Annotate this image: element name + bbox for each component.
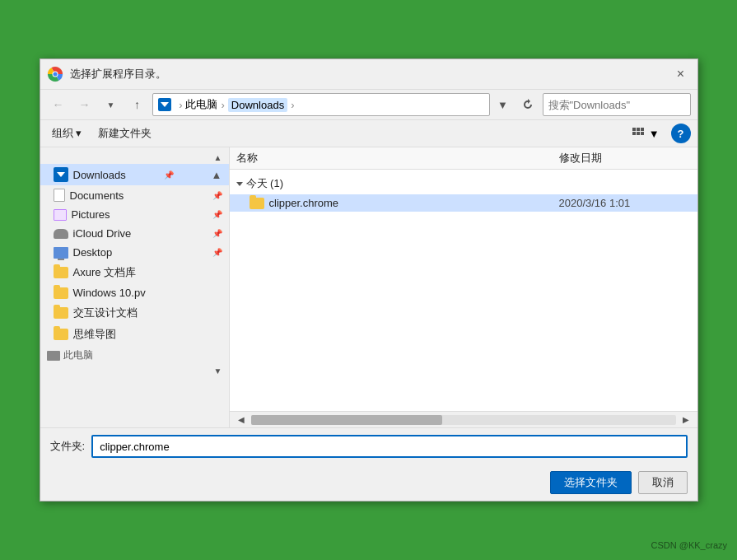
scroll-down-icon: ▼ (214, 366, 222, 376)
action-toolbar: 组织 ▾ 新建文件夹 ▼ ? (40, 120, 697, 147)
main-content: ▲ Downloads 📌 ▲ Documents 📌 Pictures 📌 (40, 147, 697, 427)
search-input[interactable] (543, 99, 691, 111)
svg-rect-6 (641, 128, 644, 131)
sidebar-item-win10[interactable]: Windows 10.pv (40, 283, 229, 302)
file-date-clipper: 2020/3/16 1:01 (559, 197, 691, 209)
svg-rect-5 (637, 128, 640, 131)
sidebar-item-pictures[interactable]: Pictures 📌 (40, 205, 229, 224)
dialog-title: 选择扩展程序目录。 (70, 67, 671, 82)
refresh-button[interactable] (516, 93, 539, 116)
breadcrumb-dropdown-button[interactable]: ▼ (493, 93, 513, 116)
sidebar-scroll-indicator: ▲ (212, 169, 222, 181)
sidebar-item-ux[interactable]: 交互设计文档 (40, 302, 229, 324)
file-list-header: 名称 修改日期 (230, 147, 697, 170)
breadcrumb-downloads-icon (158, 98, 171, 111)
group-header-today[interactable]: 今天 (1) (230, 173, 697, 194)
sidebar-item-ux-label: 交互设计文档 (73, 306, 138, 320)
sidebar: ▲ Downloads 📌 ▲ Documents 📌 Pictures 📌 (40, 147, 230, 427)
refresh-icon (521, 98, 534, 111)
sidebar-item-mindmap[interactable]: 思维导图 (40, 324, 229, 345)
close-button[interactable]: × (671, 64, 691, 84)
scrollbar-thumb[interactable] (251, 415, 442, 425)
scroll-left-button[interactable]: ◀ (233, 413, 250, 427)
sidebar-item-downloads-label: Downloads (73, 169, 126, 181)
computer-icon (47, 351, 60, 361)
file-item-clipper[interactable]: clipper.chrome 2020/3/16 1:01 (230, 194, 697, 212)
nav-toolbar: ← → ▼ ↑ › 此电脑 › Downloads › ▼ 🔍 (40, 90, 697, 120)
clipper-folder-icon (250, 198, 264, 209)
breadcrumb-sep-1: › (179, 99, 182, 111)
column-modified-date[interactable]: 修改日期 (559, 151, 691, 166)
group-collapse-icon (236, 182, 243, 186)
breadcrumb-sep-2: › (221, 99, 224, 111)
sidebar-item-win10-label: Windows 10.pv (73, 287, 146, 299)
svg-point-3 (53, 72, 57, 77)
sidebar-computer-label: 此电脑 (63, 348, 93, 362)
svg-rect-8 (637, 132, 640, 135)
svg-rect-4 (632, 128, 636, 131)
pictures-icon (54, 209, 67, 221)
select-folder-button[interactable]: 选择文件夹 (550, 471, 632, 494)
title-bar: 选择扩展程序目录。 × (40, 59, 697, 90)
sidebar-item-documents[interactable]: Documents 📌 (40, 185, 229, 205)
forward-button[interactable]: → (73, 93, 96, 116)
icloud-icon (54, 229, 68, 239)
documents-icon (54, 189, 65, 202)
sidebar-item-desktop-label: Desktop (73, 246, 113, 259)
sidebar-item-icloud[interactable]: iCloud Drive 📌 (40, 224, 229, 243)
pin-icon-pictures: 📌 (212, 210, 222, 219)
file-name-clipper: clipper.chrome (269, 197, 554, 209)
folder-label: 文件夹: (50, 439, 86, 454)
sidebar-item-desktop[interactable]: Desktop 📌 (40, 243, 229, 262)
mindmap-folder-icon (54, 329, 68, 340)
sidebar-scroll-down[interactable]: ▼ (40, 364, 229, 377)
pin-icon-desktop: 📌 (212, 248, 222, 257)
breadcrumb-bar: › 此电脑 › Downloads › (152, 93, 490, 116)
view-toggle-icon (632, 128, 647, 139)
breadcrumb-computer[interactable]: 此电脑 (185, 97, 217, 112)
axure-folder-icon (54, 267, 68, 278)
downloads-folder-icon (54, 167, 68, 182)
group-label-today: 今天 (1) (246, 176, 284, 191)
column-name[interactable]: 名称 (236, 151, 559, 166)
ux-folder-icon (54, 307, 68, 319)
pin-icon-downloads: 📌 (164, 170, 174, 180)
file-dialog: 选择扩展程序目录。 × ← → ▼ ↑ › 此电脑 › Downloads › … (40, 58, 698, 502)
watermark: CSDN @KK_crazy (651, 540, 727, 550)
new-folder-button[interactable]: 新建文件夹 (93, 124, 156, 143)
horizontal-scrollbar: ◀ ▶ (230, 411, 697, 427)
search-box: 🔍 (543, 93, 691, 116)
sidebar-item-downloads[interactable]: Downloads 📌 ▲ (40, 164, 229, 185)
organize-button[interactable]: 组织 ▾ (47, 124, 87, 143)
bottom-bar: 文件夹: (40, 427, 697, 464)
scroll-right-button[interactable]: ▶ (678, 413, 694, 427)
cancel-button[interactable]: 取消 (638, 471, 688, 494)
file-list-body: 今天 (1) clipper.chrome 2020/3/16 1:01 (230, 170, 697, 411)
sidebar-scroll-up[interactable]: ▲ (40, 151, 229, 164)
sidebar-item-axure-label: Axure 文档库 (73, 265, 137, 280)
win10-folder-icon (54, 287, 68, 299)
sidebar-item-documents-label: Documents (70, 189, 124, 202)
scroll-up-icon: ▲ (214, 153, 222, 162)
help-button[interactable]: ? (671, 124, 691, 143)
folder-input[interactable] (91, 435, 687, 458)
view-dropdown-arrow: ▼ (649, 128, 660, 140)
desktop-icon (54, 247, 68, 259)
action-bar: 选择文件夹 取消 (40, 464, 697, 501)
svg-rect-7 (632, 132, 636, 135)
breadcrumb-sep-3: › (291, 99, 294, 111)
back-button[interactable]: ← (47, 93, 70, 116)
sidebar-item-axure[interactable]: Axure 文档库 (40, 262, 229, 283)
file-list-area: 名称 修改日期 今天 (1) clipper.chrome 2020/3/16 … (230, 147, 697, 427)
breadcrumb-current[interactable]: Downloads (228, 98, 287, 112)
sidebar-computer-section[interactable]: 此电脑 (40, 345, 229, 364)
svg-rect-9 (641, 132, 644, 135)
pin-icon-documents: 📌 (212, 191, 222, 200)
sidebar-item-icloud-label: iCloud Drive (73, 227, 132, 240)
view-toggle-button[interactable]: ▼ (627, 125, 665, 142)
sidebar-item-pictures-label: Pictures (72, 208, 110, 221)
pin-icon-icloud: 📌 (212, 229, 222, 238)
up-button[interactable]: ↑ (126, 93, 149, 116)
scrollbar-track[interactable] (251, 415, 676, 425)
dropdown-history-button[interactable]: ▼ (100, 93, 123, 116)
